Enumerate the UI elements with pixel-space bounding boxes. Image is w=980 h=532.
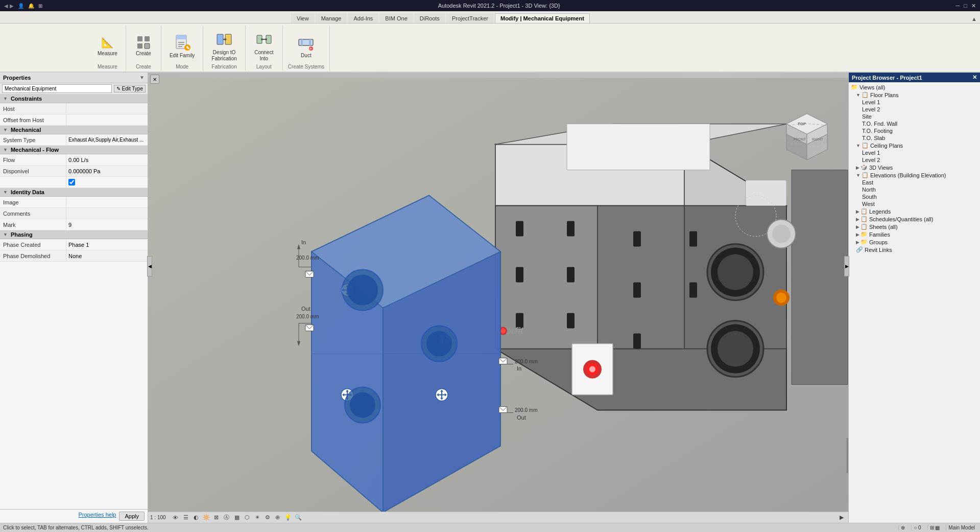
- ribbon-group-layout: ConnectInto Layout: [246, 26, 283, 71]
- tree-revit-links[interactable]: 🔗 Revit Links: [849, 246, 980, 253]
- temporary-hide-btn[interactable]: 🔍: [294, 513, 303, 522]
- tab-addins[interactable]: Add-Ins: [348, 13, 378, 23]
- tree-level-1-cp[interactable]: Level 1: [849, 149, 980, 156]
- identity-section: ▼Identity Data: [0, 188, 148, 197]
- tree-families[interactable]: ▶ 📁 Families: [849, 230, 980, 238]
- ribbon-collapse-btn[interactable]: ▲: [968, 15, 980, 23]
- reveal-hidden-btn[interactable]: 💡: [283, 513, 293, 522]
- svg-point-51: [718, 255, 753, 290]
- tab-diroots[interactable]: DiRoots: [414, 13, 445, 23]
- active-view-label: Main Model: [946, 525, 977, 530]
- tree-level-2-cp[interactable]: Level 2: [849, 156, 980, 164]
- tree-level-1-fp[interactable]: Level 1: [849, 99, 980, 106]
- status-bar: Click to select, TAB for alternates, CTR…: [0, 523, 980, 532]
- svg-point-57: [500, 329, 506, 334]
- prop-row-image: Image: [0, 197, 148, 208]
- tab-modify-mechanical[interactable]: Modify | Mechanical Equipment: [495, 13, 590, 23]
- schedules-icon: 📋: [861, 216, 868, 222]
- center-icon: ⊕: [901, 525, 905, 530]
- project-browser-close-btn[interactable]: ✕: [972, 74, 977, 81]
- tab-projecttracker[interactable]: ProjectTracker: [446, 13, 494, 23]
- right-panel-collapse-btn[interactable]: ▶: [844, 256, 849, 276]
- render-btn[interactable]: 🔆: [202, 513, 211, 522]
- level2-fp-label: Level 2: [862, 106, 880, 112]
- properties-title: Properties: [3, 75, 31, 81]
- legends-arrow: ▶: [856, 209, 859, 214]
- mechanical-section: ▼Mechanical: [0, 126, 148, 134]
- disponivel-label: Disponivel: [0, 166, 66, 176]
- type-selector[interactable]: Mechanical Equipment: [2, 84, 112, 93]
- tree-to-fnd-wall[interactable]: T.O. Fnd. Wall: [849, 120, 980, 127]
- minimize-btn[interactable]: ─: [956, 3, 960, 9]
- phase-demolished-label: Phase Demolished: [0, 250, 66, 261]
- tree-west[interactable]: West: [849, 200, 980, 207]
- svg-rect-6: [145, 43, 150, 49]
- tree-elevations[interactable]: ▼ 📋 Elevations (Building Elevation): [849, 171, 980, 179]
- legends-label: Legends: [869, 209, 891, 215]
- center-indicator: ⊕: [898, 525, 907, 530]
- image-label: Image: [0, 197, 66, 207]
- tree-ceiling-plans[interactable]: ▼ 📋 Ceiling Plans: [849, 142, 980, 149]
- prop-checkbox[interactable]: [68, 179, 75, 186]
- tab-view[interactable]: View: [291, 13, 315, 23]
- tree-to-footing[interactable]: T.O. Footing: [849, 127, 980, 134]
- svg-text:+: +: [309, 47, 312, 51]
- workset-indicator[interactable]: ○ 0: [911, 525, 923, 530]
- svg-rect-39: [516, 267, 523, 283]
- design-to-fabrication-btn[interactable]: Design tOFabrication: [208, 28, 240, 63]
- sun-path-btn[interactable]: ☀: [253, 513, 262, 522]
- duct-btn[interactable]: + Duct: [293, 31, 319, 60]
- viewport-close-btn[interactable]: ✕: [150, 75, 159, 84]
- tab-manage[interactable]: Manage: [316, 13, 347, 23]
- design-options-btn[interactable]: ⊕: [273, 513, 282, 522]
- tree-site-fp[interactable]: Site: [849, 113, 980, 120]
- detail-level-btn[interactable]: ▦: [232, 513, 242, 522]
- thin-lines-btn[interactable]: ☰: [181, 513, 190, 522]
- svg-point-68: [776, 293, 786, 303]
- svg-point-108: [350, 392, 375, 418]
- phasing-section: ▼Phasing: [0, 230, 148, 239]
- design-to-fabrication-icon: [214, 29, 234, 50]
- expand-toolbar-btn[interactable]: ▶: [837, 513, 846, 522]
- tree-floor-plans[interactable]: ▼ 📋 Floor Plans: [849, 91, 980, 99]
- tree-legends[interactable]: ▶ 📋 Legends: [849, 207, 980, 215]
- worksets-btn[interactable]: ⚙: [263, 513, 272, 522]
- viewport[interactable]: ✕: [148, 73, 848, 523]
- svg-marker-37: [567, 124, 710, 170]
- tree-3d-views[interactable]: ▶ 🎲 3D Views: [849, 164, 980, 171]
- west-label: West: [862, 201, 875, 207]
- create-btn[interactable]: Create: [131, 33, 156, 58]
- maximize-btn[interactable]: □: [964, 3, 967, 9]
- edit-type-btn[interactable]: ✎ Edit Type: [114, 85, 146, 92]
- tree-groups[interactable]: ▶ 📁 Groups: [849, 238, 980, 246]
- tree-east[interactable]: East: [849, 179, 980, 186]
- measure-btn[interactable]: 📐 Measure: [94, 33, 121, 58]
- prop-row-comments: Comments: [0, 208, 148, 219]
- duct-icon: +: [296, 32, 316, 53]
- ribbon-group-fabrication: Design tOFabrication Fabrication: [203, 26, 245, 71]
- edit-family-btn[interactable]: ✎ Edit Family: [166, 31, 198, 60]
- tree-north[interactable]: North: [849, 186, 980, 193]
- tab-bimon[interactable]: BIM One: [379, 13, 413, 23]
- 3d-views-arrow: ▶: [856, 165, 859, 170]
- annotation-btn[interactable]: Ⓐ: [222, 513, 231, 522]
- tree-south[interactable]: South: [849, 193, 980, 200]
- crop-region-btn[interactable]: ⊠: [212, 513, 221, 522]
- properties-help-link[interactable]: Properties help: [78, 512, 116, 521]
- shadows-btn[interactable]: ◐: [192, 513, 201, 522]
- tree-to-slab[interactable]: T.O. Slab: [849, 134, 980, 142]
- level1-fp-label: Level 1: [862, 99, 880, 105]
- connect-into-btn[interactable]: ConnectInto: [251, 28, 277, 63]
- tree-sheets[interactable]: ▶ 📋 Sheets (all): [849, 223, 980, 230]
- svg-rect-42: [567, 267, 575, 283]
- hide-elements-btn[interactable]: 👁: [171, 513, 180, 522]
- visual-style-btn[interactable]: ⬡: [243, 513, 252, 522]
- close-window-btn[interactable]: ✕: [971, 3, 976, 9]
- tree-schedules[interactable]: ▶ 📋 Schedules/Quantities (all): [849, 215, 980, 223]
- view-mode-indicator[interactable]: ⊞ ▦: [927, 525, 942, 530]
- tree-level-2-fp[interactable]: Level 2: [849, 106, 980, 113]
- tree-views-all[interactable]: 📁 Views (all): [849, 83, 980, 91]
- floor-plans-label: Floor Plans: [870, 92, 899, 98]
- apply-btn[interactable]: Apply: [119, 512, 145, 521]
- left-panel-collapse-btn[interactable]: ◀: [147, 256, 152, 276]
